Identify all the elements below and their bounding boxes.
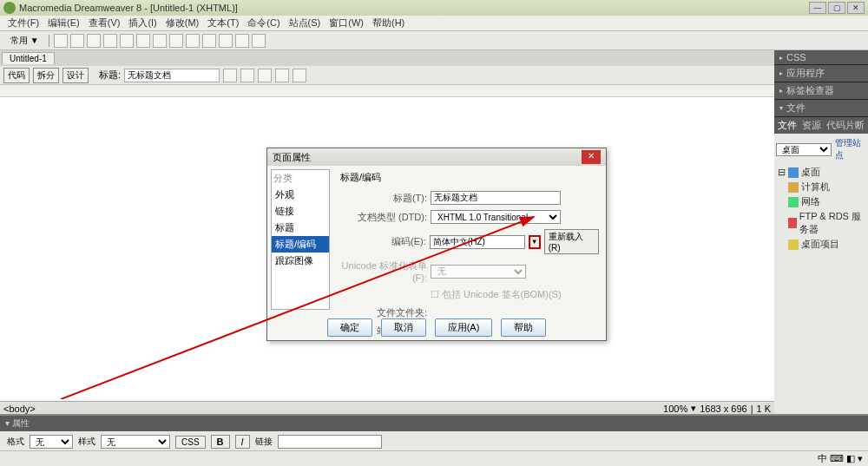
tool-icon[interactable] — [235, 34, 249, 48]
files-panel-body: 文件 资源 代码片断 桌面 管理站点 ⊟桌面 计算机 网络 FTP & RDS … — [774, 117, 868, 415]
ftp-icon — [788, 218, 797, 228]
properties-header[interactable]: ▾ 属性 — [0, 416, 868, 431]
dialog-form: 标题/编码 标题(T): 文档类型 (DTD): XHTML 1.0 Trans… — [333, 166, 606, 313]
menu-modify[interactable]: 修改(M) — [163, 16, 202, 30]
close-button[interactable]: ✕ — [847, 2, 865, 14]
reload-button[interactable]: 重新载入(R) — [544, 229, 599, 254]
view-split-button[interactable]: 拆分 — [33, 68, 59, 83]
canvas-size: 1683 x 696 — [700, 404, 746, 414]
menu-file[interactable]: 文件(F) — [5, 16, 42, 30]
tool-icon[interactable] — [70, 34, 84, 48]
tool-icon[interactable] — [293, 69, 306, 82]
tool-icon[interactable] — [258, 69, 272, 82]
horizontal-ruler — [0, 85, 774, 97]
doctype-label: 文档类型 (DTD): — [340, 211, 427, 224]
menu-insert[interactable]: 插入(I) — [126, 16, 159, 30]
italic-button[interactable]: I — [235, 435, 250, 449]
css-button[interactable]: CSS — [175, 436, 206, 449]
tree-label[interactable]: 桌面项目 — [801, 238, 839, 251]
view-design-button[interactable]: 设计 — [62, 68, 89, 83]
help-button[interactable]: 帮助 — [501, 318, 546, 337]
encoding-select[interactable] — [430, 235, 525, 249]
tool-icon[interactable] — [219, 34, 233, 48]
unicode-form-select: 无 — [431, 265, 526, 279]
link-input[interactable] — [278, 435, 382, 449]
cat-appearance[interactable]: 外观 — [272, 187, 329, 203]
desktop-icon — [788, 167, 799, 178]
site-select[interactable]: 桌面 — [776, 143, 832, 156]
computer-icon — [788, 182, 799, 193]
snippets-tab[interactable]: 代码片断 — [826, 119, 865, 132]
tree-label[interactable]: FTP & RDS 服务器 — [799, 210, 865, 236]
tree-label[interactable]: 桌面 — [801, 166, 820, 179]
category-list: 分类 外观 链接 标题 标题/编码 跟踪图像 — [271, 169, 330, 310]
tool-icon[interactable] — [87, 34, 101, 48]
title-label: 标题(T): — [340, 192, 427, 205]
side-panels: CSS 应用程序 标签检查器 文件 文件 资源 代码片断 桌面 管理站点 ⊟桌面… — [774, 50, 868, 415]
ime-indicator[interactable]: 中 ⌨ ◧ ▾ — [818, 452, 863, 465]
panel-css[interactable]: CSS — [774, 50, 868, 65]
files-tab[interactable]: 文件 — [778, 119, 797, 132]
network-icon — [788, 197, 799, 207]
menu-view[interactable]: 查看(V) — [86, 16, 123, 30]
panel-tag-inspector[interactable]: 标签检查器 — [774, 82, 868, 100]
cat-links[interactable]: 链接 — [272, 203, 329, 220]
tree-label[interactable]: 网络 — [801, 195, 820, 208]
panel-application[interactable]: 应用程序 — [774, 65, 868, 82]
tool-icon[interactable] — [223, 69, 237, 82]
document-tabs: Untitled-1 — [0, 50, 774, 66]
tool-icon[interactable] — [275, 69, 289, 82]
cat-title-encoding[interactable]: 标题/编码 — [272, 236, 329, 253]
cat-headings[interactable]: 标题 — [272, 220, 329, 236]
ok-button[interactable]: 确定 — [327, 318, 372, 337]
format-select[interactable]: 无 — [30, 435, 73, 449]
menu-command[interactable]: 命令(C) — [245, 16, 282, 30]
tool-icon[interactable] — [169, 34, 183, 48]
panel-files[interactable]: 文件 — [774, 100, 868, 117]
tag-selector[interactable]: <body> — [3, 404, 36, 414]
dialog-titlebar[interactable]: 页面属性 ✕ — [267, 148, 606, 166]
dialog-close-button[interactable]: ✕ — [582, 150, 601, 164]
menu-window[interactable]: 窗口(W) — [326, 16, 366, 30]
link-label: 链接 — [255, 436, 273, 448]
bold-button[interactable]: B — [211, 435, 230, 449]
page-properties-dialog: 页面属性 ✕ 分类 外观 链接 标题 标题/编码 跟踪图像 标题/编码 标题(T… — [266, 148, 607, 341]
insertbar-tab[interactable]: 常用 ▼ — [5, 35, 44, 47]
format-label: 格式 — [7, 436, 24, 448]
tool-icon[interactable] — [153, 34, 167, 48]
style-select[interactable]: 无 — [101, 435, 170, 449]
doc-title-input[interactable] — [124, 69, 220, 82]
menu-site[interactable]: 站点(S) — [286, 16, 324, 30]
cat-tracing[interactable]: 跟踪图像 — [272, 253, 329, 269]
bom-checkbox-label: ☐ 包括 Unicode 签名(BOM)(S) — [431, 288, 562, 301]
manage-sites-link[interactable]: 管理站点 — [835, 137, 866, 161]
tool-icon[interactable] — [252, 34, 266, 48]
tool-icon[interactable] — [54, 34, 68, 48]
doctype-select[interactable]: XHTML 1.0 Transitional — [431, 210, 561, 224]
menu-edit[interactable]: 编辑(E) — [45, 16, 82, 30]
menu-text[interactable]: 文本(T) — [205, 16, 241, 30]
maximize-button[interactable]: ▢ — [828, 2, 845, 14]
tool-icon[interactable] — [240, 69, 254, 82]
encoding-dropdown-button[interactable]: ▼ — [529, 235, 541, 249]
tree-toggle-icon[interactable]: ⊟ — [778, 167, 786, 178]
menubar: 文件(F) 编辑(E) 查看(V) 插入(I) 修改(M) 文本(T) 命令(C… — [0, 16, 868, 31]
view-code-button[interactable]: 代码 — [3, 68, 30, 83]
title-input[interactable] — [431, 191, 561, 205]
tool-icon[interactable] — [120, 34, 134, 48]
tool-icon[interactable] — [136, 34, 150, 48]
assets-tab[interactable]: 资源 — [802, 119, 821, 132]
cancel-button[interactable]: 取消 — [381, 318, 426, 337]
minimize-button[interactable]: — — [809, 2, 826, 14]
file-tree: ⊟桌面 计算机 网络 FTP & RDS 服务器 桌面项目 — [776, 163, 866, 253]
doc-tab[interactable]: Untitled-1 — [2, 52, 55, 64]
zoom-level[interactable]: 100% — [663, 404, 687, 414]
os-taskbar: 中 ⌨ ◧ ▾ — [0, 450, 868, 466]
tree-label[interactable]: 计算机 — [801, 180, 830, 194]
tool-icon[interactable] — [186, 34, 200, 48]
tool-icon[interactable] — [103, 34, 117, 48]
tool-icon[interactable] — [202, 34, 216, 48]
menu-help[interactable]: 帮助(H) — [370, 16, 407, 30]
app-logo-icon — [3, 2, 16, 14]
apply-button[interactable]: 应用(A) — [435, 318, 493, 337]
